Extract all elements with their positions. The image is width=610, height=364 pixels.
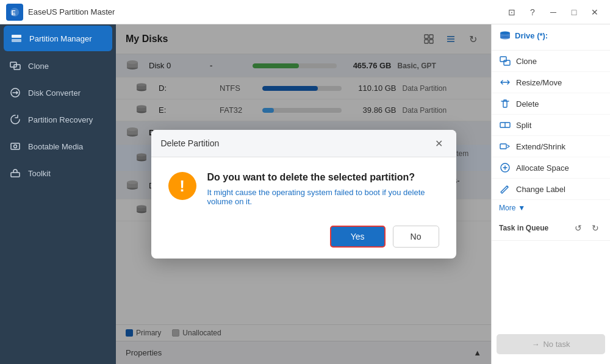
sidebar-item-bootable-media[interactable]: Bootable Media [0,133,116,160]
modal-no-btn[interactable]: No [393,226,439,248]
close-btn[interactable]: ✕ [586,5,604,20]
modal-footer: Yes No [151,218,456,259]
maximize-btn[interactable]: □ [565,5,583,20]
modal-icon-row: ! Do you want to delete the selected par… [168,172,439,206]
action-split-icon [499,119,511,131]
drive-label-text: Drive (*): [515,31,548,40]
sidebar-label-disk-converter: Disk Converter [28,88,81,98]
right-panel: Drive (*): Clone Resize/Move [491,24,610,364]
modal-overlay: Delete Partition ✕ ! Do you want to dele… [116,24,491,364]
no-task-btn: → No task [497,334,605,354]
modal-header: Delete Partition ✕ [151,130,456,157]
modal-text-col: Do you want to delete the selected parti… [207,172,439,206]
sidebar: Partition Manager Clone Disk Converter [0,24,116,364]
settings-btn[interactable]: ⊡ [503,5,521,20]
modal-title: Delete Partition [161,138,220,148]
action-split[interactable]: Split [492,115,610,136]
task-undo-btn[interactable]: ↺ [571,221,586,235]
task-redo-btn[interactable]: ↻ [588,221,603,235]
drive-label: Drive (*): [499,30,603,40]
modal-body: ! Do you want to delete the selected par… [151,157,456,218]
action-split-label: Split [516,121,531,130]
modal-close-btn[interactable]: ✕ [432,136,447,151]
partition-manager-icon [10,32,23,45]
app-logo: E [6,4,23,21]
action-delete[interactable]: Delete [492,93,610,115]
clone-icon [9,59,22,73]
action-change-label-icon [499,183,511,195]
svg-text:E: E [12,9,16,16]
action-allocate-icon [499,162,511,174]
delete-partition-modal: Delete Partition ✕ ! Do you want to dele… [151,130,456,259]
action-allocate-label: Allocate Space [516,163,569,173]
action-clone-icon [499,55,511,67]
action-extend-icon [499,140,511,152]
drive-section: Drive (*): [492,24,610,51]
titlebar: E EaseUS Partition Master ⊡ ? ─ □ ✕ [0,0,610,24]
modal-yes-btn[interactable]: Yes [330,226,386,248]
sidebar-label-clone: Clone [28,62,49,71]
action-clone-label: Clone [516,57,537,66]
drive-icon [499,30,511,40]
more-chevron: ▼ [518,204,525,212]
main-content: My Disks ↻ [116,24,491,364]
bootable-media-icon [9,140,22,153]
sidebar-item-partition-manager[interactable]: Partition Manager [4,26,112,51]
warning-icon: ! [168,172,196,200]
sidebar-item-disk-converter[interactable]: Disk Converter [0,79,116,106]
modal-note: It might cause the operating system fail… [207,188,439,206]
arrow-right-icon: → [531,340,539,349]
toolkit-icon [9,166,22,180]
action-resize-icon [499,76,511,88]
action-resize-label: Resize/Move [516,78,562,87]
disk-converter-icon [9,86,22,99]
action-delete-label: Delete [516,99,539,109]
action-resize-move[interactable]: Resize/Move [492,72,610,93]
svg-rect-3 [12,39,21,42]
sidebar-label-partition-recovery: Partition Recovery [28,115,93,124]
action-change-label-text: Change Label [516,185,565,194]
svg-point-8 [14,145,17,148]
sidebar-item-clone[interactable]: Clone [0,52,116,79]
sidebar-label-bootable-media: Bootable Media [28,142,83,151]
sidebar-label-partition-manager: Partition Manager [29,34,92,43]
action-clone[interactable]: Clone [492,51,610,72]
action-change-label[interactable]: Change Label [492,179,610,200]
task-queue-label: Task in Queue [499,224,548,232]
task-queue-btns: ↺ ↻ [571,221,603,235]
sidebar-item-partition-recovery[interactable]: Partition Recovery [0,106,116,133]
app-title: EaseUS Partition Master [28,7,503,16]
sidebar-item-toolkit[interactable]: Toolkit [0,160,116,187]
no-task-label: No task [543,340,570,349]
window-controls: ⊡ ? ─ □ ✕ [503,5,604,20]
svg-rect-7 [11,143,20,149]
modal-question: Do you want to delete the selected parti… [207,172,439,183]
action-allocate-space[interactable]: Allocate Space [492,157,610,179]
svg-point-40 [500,32,510,35]
app-body: Partition Manager Clone Disk Converter [0,24,610,364]
svg-rect-41 [500,57,506,62]
partition-recovery-icon [9,113,22,126]
action-extend-label: Extend/Shrink [516,142,565,151]
help-btn[interactable]: ? [523,5,542,20]
sidebar-label-toolkit: Toolkit [28,169,51,178]
more-link[interactable]: More ▼ [492,200,610,216]
task-queue-header: Task in Queue ↺ ↻ [492,216,610,241]
action-extend-shrink[interactable]: Extend/Shrink [492,136,610,157]
minimize-btn[interactable]: ─ [544,5,562,20]
svg-rect-42 [504,60,510,65]
action-delete-icon [499,98,511,110]
svg-rect-45 [500,144,506,149]
svg-rect-9 [11,173,20,177]
svg-rect-2 [12,35,21,38]
